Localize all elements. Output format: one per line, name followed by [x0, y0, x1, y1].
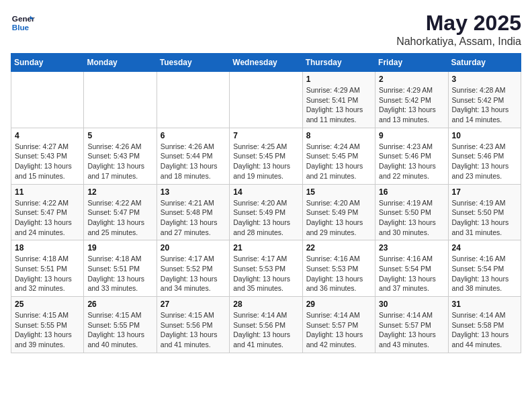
calendar-cell: 4Sunrise: 4:27 AM Sunset: 5:43 PM Daylig…	[11, 128, 84, 184]
day-number: 11	[15, 187, 80, 197]
day-number: 24	[452, 243, 517, 253]
calendar-cell: 31Sunrise: 4:14 AM Sunset: 5:58 PM Dayli…	[448, 297, 521, 353]
day-number: 2	[379, 75, 444, 84]
day-number: 25	[15, 300, 80, 309]
day-info: Sunrise: 4:29 AM Sunset: 5:42 PM Dayligh…	[379, 85, 444, 125]
day-info: Sunrise: 4:21 AM Sunset: 5:48 PM Dayligh…	[161, 198, 226, 238]
day-number: 27	[161, 300, 226, 309]
day-number: 16	[379, 187, 444, 197]
day-info: Sunrise: 4:18 AM Sunset: 5:51 PM Dayligh…	[15, 254, 80, 293]
calendar-cell: 20Sunrise: 4:17 AM Sunset: 5:52 PM Dayli…	[157, 240, 229, 297]
calendar-cell: 5Sunrise: 4:26 AM Sunset: 5:43 PM Daylig…	[84, 128, 157, 184]
calendar-cell: 9Sunrise: 4:23 AM Sunset: 5:46 PM Daylig…	[375, 128, 448, 184]
subtitle: Nahorkatiya, Assam, India	[396, 36, 521, 48]
calendar-cell: 29Sunrise: 4:14 AM Sunset: 5:57 PM Dayli…	[302, 297, 375, 353]
day-number: 13	[161, 187, 226, 197]
calendar-cell: 24Sunrise: 4:16 AM Sunset: 5:54 PM Dayli…	[448, 240, 521, 297]
calendar-cell	[11, 72, 84, 128]
weekday-header-thursday: Thursday	[302, 54, 375, 72]
day-info: Sunrise: 4:28 AM Sunset: 5:42 PM Dayligh…	[452, 85, 517, 125]
day-number: 1	[306, 75, 371, 84]
weekday-header-saturday: Saturday	[448, 54, 521, 72]
day-info: Sunrise: 4:20 AM Sunset: 5:49 PM Dayligh…	[306, 198, 371, 238]
day-info: Sunrise: 4:17 AM Sunset: 5:52 PM Dayligh…	[161, 254, 226, 293]
calendar-cell	[157, 72, 229, 128]
day-info: Sunrise: 4:16 AM Sunset: 5:54 PM Dayligh…	[379, 254, 444, 293]
calendar-cell: 10Sunrise: 4:23 AM Sunset: 5:46 PM Dayli…	[448, 128, 521, 184]
week-row-2: 4Sunrise: 4:27 AM Sunset: 5:43 PM Daylig…	[11, 128, 521, 184]
calendar-cell: 6Sunrise: 4:26 AM Sunset: 5:44 PM Daylig…	[157, 128, 229, 184]
weekday-header-tuesday: Tuesday	[157, 54, 229, 72]
day-number: 26	[87, 300, 152, 309]
calendar-cell: 12Sunrise: 4:22 AM Sunset: 5:47 PM Dayli…	[84, 184, 157, 240]
calendar-cell: 25Sunrise: 4:15 AM Sunset: 5:55 PM Dayli…	[11, 297, 84, 353]
day-number: 4	[15, 131, 80, 140]
day-number: 3	[452, 75, 517, 84]
calendar-table: SundayMondayTuesdayWednesdayThursdayFrid…	[11, 53, 521, 353]
day-number: 7	[233, 131, 298, 140]
day-info: Sunrise: 4:29 AM Sunset: 5:41 PM Dayligh…	[306, 85, 371, 125]
day-number: 21	[233, 243, 298, 253]
day-number: 30	[379, 300, 444, 309]
weekday-header-friday: Friday	[375, 54, 448, 72]
calendar-cell: 28Sunrise: 4:14 AM Sunset: 5:56 PM Dayli…	[230, 297, 302, 353]
day-info: Sunrise: 4:20 AM Sunset: 5:49 PM Dayligh…	[233, 198, 298, 238]
day-info: Sunrise: 4:25 AM Sunset: 5:45 PM Dayligh…	[233, 142, 298, 181]
page-header: General Blue May 2025 Nahorkatiya, Assam…	[11, 11, 521, 48]
week-row-1: 1Sunrise: 4:29 AM Sunset: 5:41 PM Daylig…	[11, 72, 521, 128]
day-info: Sunrise: 4:14 AM Sunset: 5:56 PM Dayligh…	[233, 310, 298, 350]
day-info: Sunrise: 4:19 AM Sunset: 5:50 PM Dayligh…	[452, 198, 517, 238]
logo: General Blue	[11, 11, 35, 35]
week-row-3: 11Sunrise: 4:22 AM Sunset: 5:47 PM Dayli…	[11, 184, 521, 240]
calendar-cell: 17Sunrise: 4:19 AM Sunset: 5:50 PM Dayli…	[448, 184, 521, 240]
calendar-cell: 27Sunrise: 4:15 AM Sunset: 5:56 PM Dayli…	[157, 297, 229, 353]
calendar-cell: 16Sunrise: 4:19 AM Sunset: 5:50 PM Dayli…	[375, 184, 448, 240]
day-info: Sunrise: 4:24 AM Sunset: 5:45 PM Dayligh…	[306, 142, 371, 181]
calendar-cell: 15Sunrise: 4:20 AM Sunset: 5:49 PM Dayli…	[302, 184, 375, 240]
day-number: 29	[306, 300, 371, 309]
day-info: Sunrise: 4:18 AM Sunset: 5:51 PM Dayligh…	[87, 254, 152, 293]
day-number: 19	[87, 243, 152, 253]
day-number: 31	[452, 300, 517, 309]
calendar-cell: 7Sunrise: 4:25 AM Sunset: 5:45 PM Daylig…	[230, 128, 302, 184]
day-info: Sunrise: 4:22 AM Sunset: 5:47 PM Dayligh…	[87, 198, 152, 238]
calendar-cell: 1Sunrise: 4:29 AM Sunset: 5:41 PM Daylig…	[302, 72, 375, 128]
day-number: 10	[452, 131, 517, 140]
day-info: Sunrise: 4:16 AM Sunset: 5:54 PM Dayligh…	[452, 254, 517, 293]
logo-icon: General Blue	[11, 11, 35, 35]
day-info: Sunrise: 4:16 AM Sunset: 5:53 PM Dayligh…	[306, 254, 371, 293]
day-info: Sunrise: 4:26 AM Sunset: 5:43 PM Dayligh…	[87, 142, 152, 181]
day-info: Sunrise: 4:15 AM Sunset: 5:55 PM Dayligh…	[87, 310, 152, 350]
day-number: 6	[161, 131, 226, 140]
weekday-header-monday: Monday	[84, 54, 157, 72]
day-number: 22	[306, 243, 371, 253]
day-info: Sunrise: 4:23 AM Sunset: 5:46 PM Dayligh…	[379, 142, 444, 181]
weekday-header-sunday: Sunday	[11, 54, 84, 72]
calendar-cell: 22Sunrise: 4:16 AM Sunset: 5:53 PM Dayli…	[302, 240, 375, 297]
calendar-cell: 11Sunrise: 4:22 AM Sunset: 5:47 PM Dayli…	[11, 184, 84, 240]
day-number: 18	[15, 243, 80, 253]
day-info: Sunrise: 4:22 AM Sunset: 5:47 PM Dayligh…	[15, 198, 80, 238]
day-number: 20	[161, 243, 226, 253]
main-title: May 2025	[396, 11, 521, 36]
day-number: 12	[87, 187, 152, 197]
weekday-header-row: SundayMondayTuesdayWednesdayThursdayFrid…	[11, 54, 521, 72]
day-info: Sunrise: 4:15 AM Sunset: 5:56 PM Dayligh…	[161, 310, 226, 350]
day-number: 8	[306, 131, 371, 140]
calendar-cell	[84, 72, 157, 128]
day-info: Sunrise: 4:15 AM Sunset: 5:55 PM Dayligh…	[15, 310, 80, 350]
calendar-cell: 18Sunrise: 4:18 AM Sunset: 5:51 PM Dayli…	[11, 240, 84, 297]
day-info: Sunrise: 4:19 AM Sunset: 5:50 PM Dayligh…	[379, 198, 444, 238]
day-info: Sunrise: 4:23 AM Sunset: 5:46 PM Dayligh…	[452, 142, 517, 181]
week-row-4: 18Sunrise: 4:18 AM Sunset: 5:51 PM Dayli…	[11, 240, 521, 297]
day-info: Sunrise: 4:14 AM Sunset: 5:57 PM Dayligh…	[379, 310, 444, 350]
calendar-cell: 23Sunrise: 4:16 AM Sunset: 5:54 PM Dayli…	[375, 240, 448, 297]
svg-text:Blue: Blue	[12, 23, 30, 32]
day-info: Sunrise: 4:26 AM Sunset: 5:44 PM Dayligh…	[161, 142, 226, 181]
weekday-header-wednesday: Wednesday	[230, 54, 302, 72]
calendar-cell: 2Sunrise: 4:29 AM Sunset: 5:42 PM Daylig…	[375, 72, 448, 128]
day-number: 28	[233, 300, 298, 309]
day-info: Sunrise: 4:14 AM Sunset: 5:57 PM Dayligh…	[306, 310, 371, 350]
title-block: May 2025 Nahorkatiya, Assam, India	[396, 11, 521, 48]
day-number: 9	[379, 131, 444, 140]
